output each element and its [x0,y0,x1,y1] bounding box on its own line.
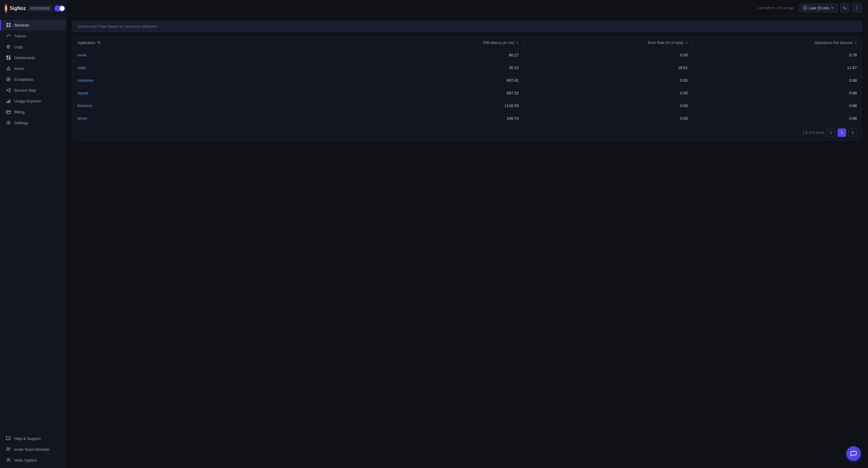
page-1-button[interactable]: 1 [838,128,846,137]
search-input[interactable] [72,21,862,32]
ops-cell: 8.78 [692,49,862,61]
sidebar-item-label: Billing [14,110,25,114]
sidebar-item-label: Dashboards [14,56,35,60]
sidebar-item-exceptions[interactable]: Exceptions [0,74,66,85]
app-link[interactable]: driver [78,116,87,121]
app-link[interactable]: mysql [78,91,88,95]
svg-rect-0 [6,23,8,25]
ops-cell: 0.88 [692,87,862,99]
pagination-info: 1-6 of 6 items [802,130,824,135]
sidebar-item-service-map[interactable]: Service Map [0,85,66,96]
prev-page-button[interactable] [827,128,835,137]
error-rate-cell: 0.00 [524,74,692,87]
sidebar-item-label: Services [14,23,29,27]
next-page-button[interactable] [848,128,857,137]
refresh-text: Last refresh - 48 sec ago [757,6,794,10]
page-content: Application 🔍 P99 latency (in ms) ⇅ Erro… [66,16,868,468]
svg-point-12 [8,69,9,70]
app-link[interactable]: route [78,53,87,57]
ops-cell: 0.88 [692,74,862,87]
table-row: frontend 1116.53 0.00 0.88 [73,99,862,112]
sidebar-item-label: Logs [14,45,23,49]
more-icon [855,6,859,10]
app-cell: mysql [73,87,354,99]
grid-icon [6,22,11,28]
svg-point-38 [857,9,858,9]
app-link[interactable]: customer [78,78,93,83]
help-icon [6,436,11,441]
sidebar-item-hello-signoz[interactable]: Hello SigNoz [0,455,66,466]
col-application[interactable]: Application 🔍 [73,37,354,49]
svg-rect-23 [9,99,10,103]
billing-icon [6,109,11,115]
sidebar-item-usage-explorer[interactable]: Usage Explorer [0,96,66,107]
svg-rect-26 [7,112,8,113]
sidebar-item-alerts[interactable]: Alerts [0,63,66,74]
sidebar-item-help-support[interactable]: Help & Support [0,433,66,444]
col-p99[interactable]: P99 latency (in ms) ⇅ [354,37,524,49]
chat-icon [850,450,857,457]
user-icon [6,458,11,463]
p99-cell: 35.22 [354,61,524,74]
col-error-rate[interactable]: Error Rate (% of total) ⇅ [524,37,692,49]
log-icon [6,44,11,50]
table-row: route 80.27 0.00 8.78 [73,49,862,61]
chevron-down-icon [831,6,834,9]
svg-point-18 [9,91,10,92]
sidebar-item-label: Help & Support [14,436,41,441]
sidebar-item-label: Traces [14,34,26,38]
sidebar-item-billing[interactable]: Billing [0,107,66,117]
p99-cell: 80.27 [354,49,524,61]
app-link[interactable]: redis [78,65,86,70]
sidebar-item-label: Service Map [14,88,36,93]
sidebar-item-invite-team[interactable]: Invite Team Member [0,444,66,455]
sidebar-item-settings[interactable]: Settings [0,117,66,128]
svg-rect-9 [9,57,10,60]
svg-rect-2 [6,25,8,27]
table-row: redis 35.22 18.51 11.87 [73,61,862,74]
sidebar-item-label: Exceptions [14,77,33,82]
toggle-switch[interactable] [54,5,65,11]
app-cell: frontend [73,99,354,112]
svg-rect-3 [9,25,10,27]
topbar: Last refresh - 48 sec ago Last 15 min [66,0,868,16]
sidebar-toggle[interactable] [54,5,65,11]
svg-point-32 [7,458,9,460]
col-search-icon: 🔍 [97,41,101,45]
svg-rect-21 [6,101,7,103]
sort-icon: ⇅ [685,41,688,45]
svg-line-19 [8,89,9,90]
sort-icon: ⇅ [516,41,519,45]
time-selector-label: Last 15 min [809,6,829,10]
error-rate-cell: 0.00 [524,87,692,99]
app-link[interactable]: frontend [78,104,92,108]
exception-icon [6,77,11,82]
sidebar-item-label: Settings [14,121,28,125]
sidebar: S SigNoz ENTERPRISE Services [0,0,66,468]
sidebar-item-traces[interactable]: Traces [0,30,66,41]
svg-rect-4 [7,45,10,46]
enterprise-badge: ENTERPRISE [28,6,52,11]
sidebar-item-logs[interactable]: Logs [0,41,66,52]
col-ops[interactable]: Operations Per Second ⇅ [692,37,862,49]
svg-rect-1 [9,23,10,25]
logo-icon: S [5,4,7,13]
pagination: 1-6 of 6 items 1 [73,124,862,141]
refresh-button[interactable] [840,3,850,13]
time-selector[interactable]: Last 15 min [799,4,838,12]
app-cell: route [73,49,354,61]
sort-icon: ⇅ [855,41,857,45]
svg-rect-5 [7,47,9,47]
svg-rect-22 [8,100,9,103]
chevron-right-icon [851,131,855,135]
table: Application 🔍 P99 latency (in ms) ⇅ Erro… [73,37,862,124]
svg-line-35 [805,8,806,8]
sidebar-item-dashboards[interactable]: Dashboards [0,52,66,63]
chat-button[interactable] [846,446,861,461]
sidebar-bottom: Help & Support Invite Team Member [0,430,66,468]
sidebar-item-label: Alerts [14,66,24,71]
sidebar-item-services[interactable]: Services [0,20,66,30]
more-options-button[interactable] [852,3,862,13]
ops-cell: 0.88 [692,99,862,112]
p99-cell: 697.41 [354,74,524,87]
